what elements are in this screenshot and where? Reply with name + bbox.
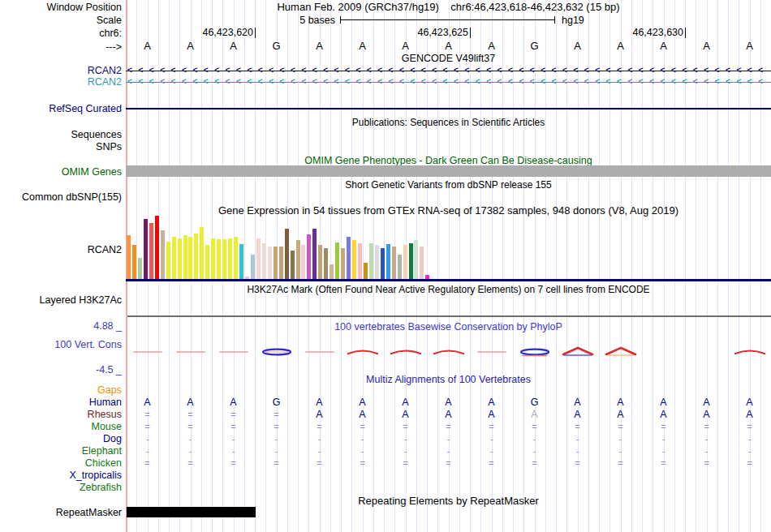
gtex-tissue-bar[interactable] bbox=[194, 234, 198, 279]
gtex-tissue-bar[interactable] bbox=[318, 245, 322, 279]
gtex-tissue-bar[interactable] bbox=[155, 216, 159, 279]
repeatmasker-track-title[interactable]: Repeating Elements by RepeatMasker bbox=[126, 496, 771, 507]
strand-arrow-icon: < bbox=[627, 65, 632, 75]
gtex-tissue-bar[interactable] bbox=[291, 251, 295, 279]
gtex-tissue-bar[interactable] bbox=[375, 245, 379, 279]
gtex-tissue-bar[interactable] bbox=[228, 238, 232, 279]
gtex-tissue-bar[interactable] bbox=[398, 255, 402, 279]
alignment-cell: = bbox=[599, 421, 642, 433]
gtex-tissue-bar[interactable] bbox=[347, 237, 351, 279]
strand-arrow-icon: < bbox=[573, 76, 578, 87]
alignment-cell: = bbox=[556, 457, 599, 470]
base-letter: A bbox=[642, 41, 685, 52]
gtex-tissue-bar[interactable] bbox=[178, 238, 182, 279]
gtex-tissue-bar[interactable] bbox=[420, 247, 424, 279]
refseq-track-label[interactable]: RefSeq Curated bbox=[0, 103, 122, 114]
gtex-tissue-bar[interactable] bbox=[369, 243, 373, 279]
gtex-tissue-bar[interactable] bbox=[409, 243, 413, 279]
coordinate-tick bbox=[470, 28, 471, 38]
gtex-tissue-bar[interactable] bbox=[149, 223, 153, 279]
strand-arrow-icon: < bbox=[138, 65, 143, 75]
gtex-tissue-bar[interactable] bbox=[183, 235, 187, 279]
gtex-gene-label[interactable]: RCAN2 bbox=[0, 244, 122, 255]
alignment-cell: - bbox=[599, 445, 642, 457]
gtex-barchart[interactable] bbox=[127, 215, 435, 279]
dbsnp-track-title[interactable]: Short Genetic Variants from dbSNP releas… bbox=[126, 179, 771, 191]
omim-gene-bar[interactable] bbox=[126, 165, 771, 177]
gtex-tissue-bar[interactable] bbox=[274, 247, 278, 279]
multiz-track-title[interactable]: Multiz Alignments of 100 Vertebrates bbox=[126, 374, 771, 385]
base-letter: G bbox=[255, 41, 298, 52]
gtex-tissue-bar[interactable] bbox=[330, 264, 334, 279]
snps-track-label[interactable]: SNPs bbox=[0, 141, 122, 152]
gtex-tissue-bar[interactable] bbox=[188, 237, 192, 279]
strand-arrow-icon: < bbox=[508, 65, 513, 75]
gtex-tissue-bar[interactable] bbox=[222, 239, 226, 279]
omim-track-title[interactable]: OMIM Gene Phenotypes - Dark Green Can Be… bbox=[126, 155, 771, 166]
strand-arrow-icon: < bbox=[226, 76, 230, 87]
strand-arrow-icon: < bbox=[541, 65, 545, 75]
repeatmasker-track-label[interactable]: RepeatMasker bbox=[0, 507, 122, 518]
gtex-tissue-bar[interactable] bbox=[138, 258, 142, 279]
alignment-cell: = bbox=[341, 457, 384, 470]
repeat-element-bar[interactable] bbox=[127, 507, 256, 517]
gtex-tissue-bar[interactable] bbox=[217, 239, 221, 279]
align-row-elephant: --------------- bbox=[0, 445, 771, 457]
gtex-tissue-bar[interactable] bbox=[307, 234, 311, 279]
gene-label-rcan2-1[interactable]: RCAN2 bbox=[0, 65, 122, 76]
gtex-tissue-bar[interactable] bbox=[381, 248, 385, 279]
alignment-cell: = bbox=[255, 409, 298, 421]
alignment-cell: A bbox=[599, 409, 642, 421]
omim-track-label[interactable]: OMIM Genes bbox=[0, 166, 122, 178]
h3k27ac-track-title[interactable]: H3K27Ac Mark (Often Found Near Active Re… bbox=[126, 284, 771, 295]
gtex-tissue-bar[interactable] bbox=[166, 242, 170, 279]
strand-arrow-icon: < bbox=[726, 76, 730, 87]
gene-rcan2-1[interactable]: <<<<<<<<<<<<<<<<<<<<<<<<<<<<<<<<<<<<<<<<… bbox=[126, 66, 771, 75]
gtex-tissue-bar[interactable] bbox=[251, 255, 255, 279]
dbsnp-track-label[interactable]: Common dbSNP(155) bbox=[0, 191, 122, 203]
gtex-tissue-bar[interactable] bbox=[296, 240, 300, 279]
gtex-tissue-bar[interactable] bbox=[234, 237, 238, 279]
gene-rcan2-2[interactable]: <<<<<<<<<<<<<<<<<<<<<<<<<<<<<<<<<<<<<<<<… bbox=[126, 77, 771, 87]
gtex-tissue-bar[interactable] bbox=[312, 229, 317, 279]
strand-arrow-icon: < bbox=[204, 65, 209, 75]
cons-min-label: -4.5 _ bbox=[0, 364, 122, 375]
cons-track-title[interactable]: 100 vertebrates Basewise Conservation by… bbox=[126, 321, 771, 332]
alignment-cell: A bbox=[470, 397, 513, 409]
gtex-tissue-bar[interactable] bbox=[392, 247, 396, 279]
gtex-tissue-bar[interactable] bbox=[239, 244, 243, 279]
gene-label-rcan2-2[interactable]: RCAN2 bbox=[0, 76, 122, 88]
gtex-tissue-bar[interactable] bbox=[414, 240, 418, 279]
gtex-tissue-bar[interactable] bbox=[386, 244, 390, 279]
h3k27ac-track-label[interactable]: Layered H3K27Ac bbox=[0, 294, 122, 306]
gtex-tissue-bar[interactable] bbox=[364, 263, 368, 279]
gtex-tissue-bar[interactable] bbox=[285, 229, 289, 279]
gtex-tissue-bar[interactable] bbox=[172, 237, 176, 279]
gtex-tissue-bar[interactable] bbox=[132, 245, 136, 279]
gtex-tissue-bar[interactable] bbox=[268, 247, 272, 279]
gtex-tissue-bar[interactable] bbox=[262, 243, 266, 279]
publications-track-title[interactable]: Publications: Sequences in Scientific Ar… bbox=[126, 117, 771, 128]
gtex-tissue-bar[interactable] bbox=[144, 219, 148, 279]
gtex-tissue-bar[interactable] bbox=[200, 227, 204, 279]
gtex-tissue-bar[interactable] bbox=[301, 245, 305, 279]
gtex-tissue-bar[interactable] bbox=[335, 242, 339, 279]
cons-wiggle[interactable] bbox=[0, 345, 771, 358]
alignment-cell: A bbox=[728, 409, 771, 421]
gtex-tissue-bar[interactable] bbox=[205, 245, 209, 279]
sequences-track-label[interactable]: Sequences bbox=[0, 129, 122, 140]
refseq-gene-line[interactable] bbox=[126, 108, 771, 109]
gtex-tissue-bar[interactable] bbox=[324, 248, 328, 279]
gtex-tissue-bar[interactable] bbox=[161, 230, 165, 279]
strand-arrow-icon: < bbox=[280, 65, 285, 75]
gtex-tissue-bar[interactable] bbox=[127, 235, 131, 279]
gtex-tissue-bar[interactable] bbox=[256, 238, 261, 279]
gtex-tissue-bar[interactable] bbox=[211, 238, 215, 279]
gtex-tissue-bar[interactable] bbox=[279, 247, 283, 279]
gtex-tissue-bar[interactable] bbox=[352, 240, 356, 279]
gtex-tissue-bar[interactable] bbox=[341, 248, 345, 279]
gencode-track-title[interactable]: GENCODE V49lift37 bbox=[126, 53, 771, 64]
strand-arrow-icon: < bbox=[149, 65, 154, 75]
gtex-tissue-bar[interactable] bbox=[358, 243, 362, 279]
gtex-tissue-bar[interactable] bbox=[403, 245, 407, 279]
